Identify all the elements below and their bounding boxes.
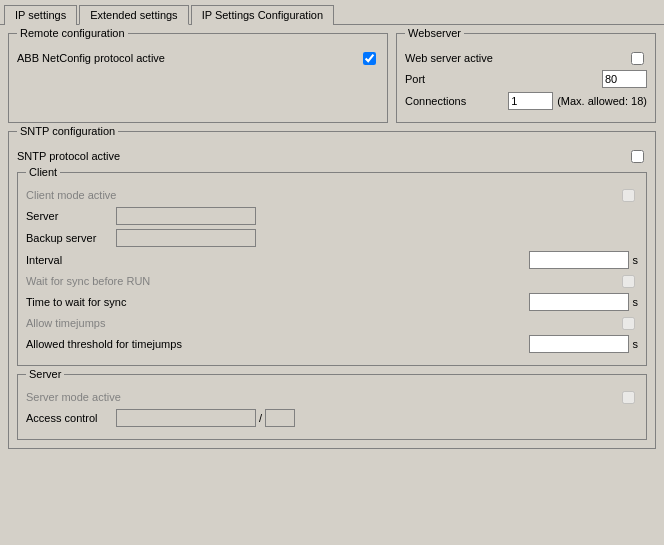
interval-label: Interval <box>26 254 116 266</box>
threshold-unit: s <box>633 338 639 350</box>
wait-sync-row: Wait for sync before RUN <box>26 273 638 289</box>
top-row: Remote configuration ABB NetConfig proto… <box>8 33 656 123</box>
sntp-protocol-checkbox[interactable] <box>631 150 644 163</box>
netconfig-row: ABB NetConfig protocol active <box>17 50 379 66</box>
time-wait-unit: s <box>633 296 639 308</box>
netconfig-checkbox-cell <box>359 50 379 66</box>
allow-timejumps-checkbox[interactable] <box>622 317 635 330</box>
tab-extended-settings[interactable]: Extended settings <box>79 5 188 25</box>
slash-label: / <box>259 412 262 424</box>
sntp-group: SNTP configuration SNTP protocol active … <box>8 131 656 449</box>
wait-sync-checkbox-cell <box>618 273 638 289</box>
client-mode-label: Client mode active <box>26 189 117 201</box>
time-wait-row: Time to wait for sync s <box>26 293 638 311</box>
allow-timejumps-checkbox-cell <box>618 315 638 331</box>
port-row: Port <box>405 70 647 88</box>
backup-server-input[interactable] <box>116 229 256 247</box>
client-mode-row: Client mode active <box>26 187 638 203</box>
allow-timejumps-row: Allow timejumps <box>26 315 638 331</box>
server-group-title: Server <box>26 368 64 380</box>
max-allowed-label: (Max. allowed: 18) <box>557 95 647 107</box>
interval-input[interactable] <box>529 251 629 269</box>
interval-row: Interval s <box>26 251 638 269</box>
access-control-mask-input[interactable] <box>265 409 295 427</box>
netconfig-label: ABB NetConfig protocol active <box>17 52 165 64</box>
main-content: Remote configuration ABB NetConfig proto… <box>0 25 664 457</box>
web-active-checkbox[interactable] <box>631 52 644 65</box>
allow-timejumps-label: Allow timejumps <box>26 317 105 329</box>
tab-ip-settings[interactable]: IP settings <box>4 5 77 25</box>
access-control-label: Access control <box>26 412 116 424</box>
tab-ip-settings-config[interactable]: IP Settings Configuration <box>191 5 334 25</box>
connections-input[interactable] <box>508 92 553 110</box>
time-wait-label: Time to wait for sync <box>26 296 126 308</box>
client-title: Client <box>26 166 60 178</box>
sntp-protocol-checkbox-cell <box>627 148 647 164</box>
server-label: Server <box>26 210 116 222</box>
webserver-group: Webserver Web server active Port Connect… <box>396 33 656 123</box>
wait-sync-label: Wait for sync before RUN <box>26 275 150 287</box>
access-control-row: Access control / <box>26 409 638 427</box>
client-group: Client Client mode active Server Backup … <box>17 172 647 366</box>
sntp-protocol-label: SNTP protocol active <box>17 150 120 162</box>
client-mode-checkbox[interactable] <box>622 189 635 202</box>
threshold-input[interactable] <box>529 335 629 353</box>
port-label: Port <box>405 73 465 85</box>
netconfig-checkbox[interactable] <box>363 52 376 65</box>
threshold-row: Allowed threshold for timejumps s <box>26 335 638 353</box>
web-active-row: Web server active <box>405 50 647 66</box>
interval-unit: s <box>633 254 639 266</box>
server-group: Server Server mode active Access control… <box>17 374 647 440</box>
sntp-protocol-row: SNTP protocol active <box>17 148 647 164</box>
connections-label: Connections <box>405 95 466 107</box>
remote-config-group: Remote configuration ABB NetConfig proto… <box>8 33 388 123</box>
backup-server-row: Backup server <box>26 229 638 247</box>
web-active-label: Web server active <box>405 52 493 64</box>
server-mode-row: Server mode active <box>26 389 638 405</box>
sntp-title: SNTP configuration <box>17 125 118 137</box>
wait-sync-checkbox[interactable] <box>622 275 635 288</box>
server-ip-row: Server <box>26 207 638 225</box>
port-input[interactable] <box>602 70 647 88</box>
time-wait-input[interactable] <box>529 293 629 311</box>
web-active-checkbox-cell <box>627 50 647 66</box>
access-control-input[interactable] <box>116 409 256 427</box>
backup-server-label: Backup server <box>26 232 116 244</box>
server-ip-input[interactable] <box>116 207 256 225</box>
server-mode-label: Server mode active <box>26 391 121 403</box>
tab-bar: IP settings Extended settings IP Setting… <box>0 0 664 25</box>
client-mode-checkbox-cell <box>618 187 638 203</box>
webserver-title: Webserver <box>405 27 464 39</box>
remote-config-title: Remote configuration <box>17 27 128 39</box>
server-mode-checkbox[interactable] <box>622 391 635 404</box>
server-mode-checkbox-cell <box>618 389 638 405</box>
threshold-label: Allowed threshold for timejumps <box>26 338 182 350</box>
connections-row: Connections (Max. allowed: 18) <box>405 92 647 110</box>
